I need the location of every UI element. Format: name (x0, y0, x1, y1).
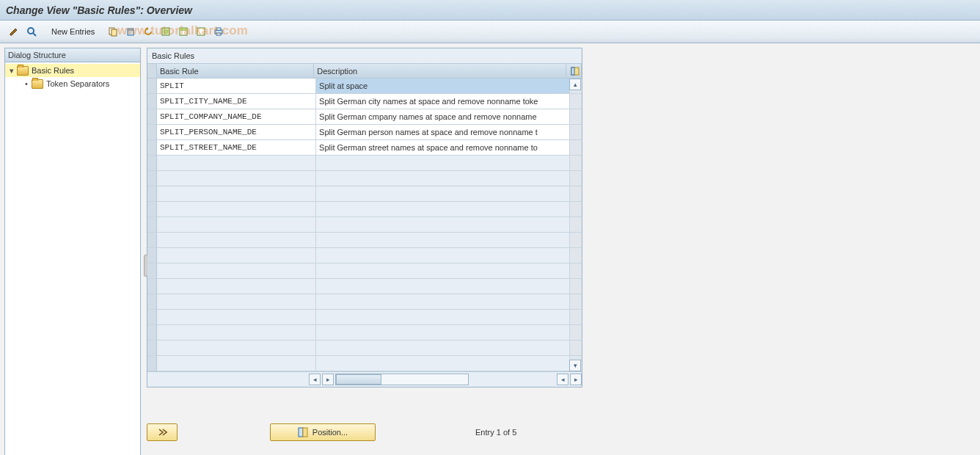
scroll-gutter (570, 279, 582, 294)
table-row[interactable]: SPLIT_STREET_NAME_DESplit German street … (147, 140, 582, 156)
scroll-gutter (570, 294, 582, 310)
row-selector (147, 186, 157, 202)
window-title-bar: Change View "Basic Rules": Overview (0, 0, 980, 21)
scroll-left-start-button[interactable]: ◂ (309, 374, 321, 385)
scroll-gutter (570, 186, 582, 202)
table-row[interactable]: SPLIT_PERSON_NAME_DESplit German person … (147, 125, 582, 140)
row-selector[interactable] (147, 125, 157, 140)
table-row (147, 186, 582, 202)
cell-description (316, 248, 570, 263)
select-all-icon[interactable] (158, 23, 174, 40)
scroll-right-button[interactable]: ◂ (557, 374, 568, 385)
cell-description[interactable]: Split German street names at space and r… (316, 140, 570, 156)
table-row (147, 263, 582, 279)
folder-open-icon (17, 66, 29, 76)
entry-status: Entry 1 of 5 (475, 428, 516, 437)
row-selector (147, 263, 157, 279)
table-row (147, 310, 582, 325)
cell-description[interactable]: Split German city names at space and rem… (316, 94, 570, 109)
row-selector (147, 294, 157, 310)
row-selector (147, 325, 157, 341)
table-row (147, 325, 582, 341)
table-row (147, 171, 582, 186)
print-icon[interactable] (211, 23, 227, 40)
expand-button[interactable] (147, 423, 178, 441)
grid-footer: Position... Entry 1 of 5 (147, 423, 734, 441)
row-selector (147, 279, 157, 294)
table-row[interactable]: SPLITSplit at space (147, 79, 582, 94)
change-icon[interactable] (6, 23, 22, 40)
cell-description (316, 310, 570, 325)
scroll-gutter (570, 263, 582, 279)
cell-description (316, 202, 570, 217)
cell-description (316, 356, 570, 371)
row-selector[interactable] (147, 109, 157, 125)
scroll-left-button[interactable]: ▸ (322, 374, 334, 385)
scroll-track[interactable] (335, 374, 469, 385)
grid-header-row: Basic Rule Description (147, 64, 582, 79)
cell-basic-rule[interactable]: SPLIT_CITY_NAME_DE (157, 94, 316, 109)
table-row (147, 294, 582, 310)
row-selector (147, 202, 157, 217)
cell-basic-rule (157, 325, 316, 341)
cell-basic-rule (157, 294, 316, 310)
cell-basic-rule (157, 217, 316, 233)
column-header-description[interactable]: Description (314, 64, 566, 79)
cell-description (316, 294, 570, 310)
table-row[interactable]: SPLIT_CITY_NAME_DESplit German city name… (147, 94, 582, 109)
position-button[interactable]: Position... (270, 423, 376, 441)
cell-description[interactable]: Split at space (316, 79, 570, 94)
row-selector (147, 356, 157, 371)
cell-basic-rule (157, 202, 316, 217)
cell-basic-rule (157, 341, 316, 356)
cell-basic-rule (157, 279, 316, 294)
tree-node-token-separators[interactable]: • Token Separators (5, 77, 140, 90)
scroll-down-button[interactable]: ▾ (569, 360, 581, 371)
cell-basic-rule (157, 356, 316, 371)
table-row (147, 156, 582, 171)
scroll-gutter (570, 310, 582, 325)
table-row[interactable]: SPLIT_COMPANY_NAME_DESplit German cmpany… (147, 109, 582, 125)
tree-node-basic-rules[interactable]: ▾ Basic Rules (5, 64, 140, 77)
cell-basic-rule (157, 171, 316, 186)
row-selector[interactable] (147, 94, 157, 109)
select-block-icon[interactable] (175, 23, 191, 40)
cell-basic-rule[interactable]: SPLIT_STREET_NAME_DE (157, 140, 316, 156)
dialog-structure-header-label: Dialog Structure (8, 51, 66, 59)
deselect-all-icon[interactable] (193, 23, 209, 40)
cell-description[interactable]: Split German cmpany names at space and r… (316, 109, 570, 125)
scroll-thumb[interactable] (336, 374, 381, 385)
copy-icon[interactable] (105, 23, 121, 40)
svg-rect-10 (197, 28, 205, 35)
row-selector (147, 233, 157, 248)
row-selector[interactable] (147, 140, 157, 156)
delete-icon[interactable] (122, 23, 139, 40)
row-selector[interactable] (147, 79, 157, 94)
table-row (147, 356, 582, 371)
dialog-structure-tree: ▾ Basic Rules • Token Separators (4, 62, 141, 455)
configure-columns-icon[interactable] (566, 64, 582, 79)
scroll-gutter (570, 171, 582, 186)
scroll-right-end-button[interactable]: ▸ (570, 374, 582, 385)
cell-description[interactable]: Split German person names at space and r… (316, 125, 570, 140)
scroll-up-button[interactable]: ▴ (569, 79, 581, 90)
new-entries-button[interactable]: New Entries (45, 24, 100, 39)
row-selector (147, 341, 157, 356)
scroll-gutter (570, 156, 582, 171)
cell-basic-rule[interactable]: SPLIT_PERSON_NAME_DE (157, 125, 316, 140)
scroll-gutter (570, 125, 582, 140)
column-header-basic-rule[interactable]: Basic Rule (157, 64, 314, 79)
scroll-gutter (570, 325, 582, 341)
cell-description (316, 217, 570, 233)
collapse-icon[interactable]: ▾ (8, 66, 15, 76)
cell-basic-rule[interactable]: SPLIT (157, 79, 316, 94)
cell-basic-rule[interactable]: SPLIT_COMPANY_NAME_DE (157, 109, 316, 125)
scroll-gutter (570, 94, 582, 109)
dialog-structure-header: Dialog Structure (4, 48, 141, 62)
undo-icon[interactable] (140, 23, 156, 40)
svg-rect-13 (216, 33, 221, 35)
grid-corner[interactable] (147, 64, 157, 79)
svg-rect-12 (216, 28, 221, 30)
cell-description (316, 156, 570, 171)
display-icon[interactable] (23, 23, 40, 40)
